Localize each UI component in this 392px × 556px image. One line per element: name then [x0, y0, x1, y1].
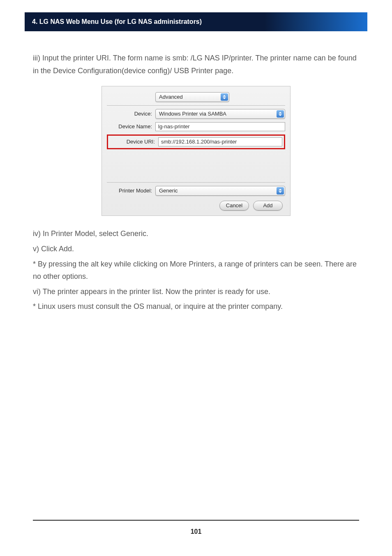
mode-select-value: Advanced	[159, 93, 221, 102]
dialog-buttons: Cancel Add	[107, 199, 285, 211]
device-uri-highlight: Device URI: smb://192.168.1.200/nas-prin…	[107, 134, 285, 149]
device-uri-row: Device URI: smb://192.168.1.200/nas-prin…	[110, 137, 282, 146]
top-select-row: Advanced	[107, 92, 285, 102]
device-select[interactable]: Windows Printer via SAMBA	[155, 109, 285, 119]
device-name-input[interactable]: lg-nas-printer	[155, 122, 285, 131]
screenshot-container: Advanced Device: Windows Printer via SAM…	[33, 86, 359, 216]
paragraph-note1: * By pressing the alt key while clicking…	[33, 258, 359, 283]
add-button[interactable]: Add	[253, 201, 283, 211]
device-uri-value: smb://192.168.1.200/nas-printer	[161, 137, 237, 146]
device-uri-label: Device URI:	[110, 137, 158, 146]
mode-select[interactable]: Advanced	[155, 92, 229, 102]
add-printer-dialog: Advanced Device: Windows Printer via SAM…	[101, 86, 291, 216]
printer-model-select[interactable]: Generic	[155, 186, 285, 196]
device-uri-input[interactable]: smb://192.168.1.200/nas-printer	[158, 137, 282, 146]
device-label: Device:	[107, 109, 155, 118]
page-number: 101	[191, 528, 202, 535]
device-row: Device: Windows Printer via SAMBA	[107, 109, 285, 119]
printer-model-label: Printer Model:	[107, 186, 155, 195]
paragraph-note2: * Linux users must consult the OS manual…	[33, 300, 359, 313]
divider	[107, 182, 285, 183]
caret-icon	[277, 110, 284, 118]
paragraph-iv: iv) In Printer Model, select Generic.	[33, 227, 359, 240]
paragraph-v: v) Click Add.	[33, 243, 359, 255]
page-footer: 101	[33, 520, 359, 535]
caret-icon	[277, 187, 284, 195]
printer-model-value: Generic	[159, 186, 277, 195]
device-name-value: lg-nas-printer	[158, 122, 190, 131]
caret-icon	[221, 93, 228, 101]
divider	[107, 105, 285, 106]
cancel-button[interactable]: Cancel	[219, 201, 249, 211]
device-name-label: Device Name:	[107, 122, 155, 131]
device-name-row: Device Name: lg-nas-printer	[107, 122, 285, 131]
cancel-button-label: Cancel	[226, 201, 242, 210]
paragraph-iii: iii) Input the printer URI. The form nam…	[33, 52, 359, 77]
device-select-value: Windows Printer via SAMBA	[159, 109, 277, 118]
printer-model-row: Printer Model: Generic	[107, 186, 285, 196]
page-content: iii) Input the printer URI. The form nam…	[0, 31, 392, 313]
spacer	[107, 152, 285, 181]
chapter-header: 4. LG NAS Web Menu Use (for LG NAS admin…	[25, 12, 367, 31]
add-button-label: Add	[263, 201, 272, 210]
chapter-title: 4. LG NAS Web Menu Use (for LG NAS admin…	[32, 18, 202, 25]
paragraph-vi: vi) The printer appears in the printer l…	[33, 285, 359, 298]
